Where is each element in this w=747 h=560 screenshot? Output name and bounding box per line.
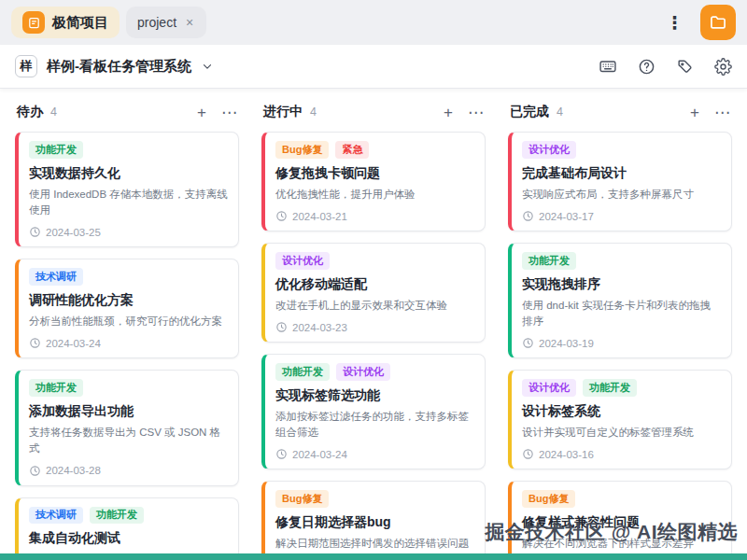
task-tags: 设计优化功能开发: [522, 379, 721, 397]
chevron-down-icon[interactable]: [201, 60, 214, 73]
column-actions: +⋯: [690, 105, 730, 120]
window-tab-bar: 极简项目 project × ⋮: [0, 0, 747, 45]
tag-icon: [676, 58, 694, 76]
task-card[interactable]: 功能开发实现拖拽排序使用 dnd-kit 实现任务卡片和列表的拖拽排序2024-…: [508, 243, 732, 358]
tab-project[interactable]: project ×: [126, 7, 206, 38]
task-tag: 功能开发: [522, 252, 576, 270]
task-title: 修复拖拽卡顿问题: [275, 165, 474, 182]
task-card[interactable]: Bug修复修复样式兼容性问题解决在不同浏览器下的样式显示差异2024-03-18: [508, 481, 732, 560]
task-due-date: 2024-03-23: [275, 321, 474, 333]
project-folder-button[interactable]: [700, 5, 736, 40]
clock-icon: [522, 210, 534, 222]
task-title: 集成自动化测试: [29, 530, 228, 547]
clock-icon: [522, 448, 534, 460]
task-title: 优化移动端适配: [275, 276, 474, 293]
task-due-date: 2024-03-24: [275, 448, 474, 460]
column-header: 已完成4+⋯: [510, 104, 730, 120]
board-badge: 样: [15, 55, 37, 77]
tags-button[interactable]: [676, 58, 694, 76]
task-tag: 设计优化: [522, 379, 576, 397]
task-date-text: 2024-03-17: [539, 211, 594, 222]
clock-icon: [29, 337, 41, 349]
task-card[interactable]: 设计优化优化移动端适配改进在手机上的显示效果和交互体验2024-03-23: [261, 243, 486, 343]
task-title: 实现标签筛选功能: [275, 387, 474, 404]
column-menu-button[interactable]: ⋯: [221, 105, 237, 120]
clock-icon: [522, 337, 534, 349]
task-card[interactable]: 技术调研功能开发集成自动化测试引入 Jest 和 Cypress 进行单元测试和…: [15, 497, 239, 560]
task-card[interactable]: 技术调研调研性能优化方案分析当前性能瓶颈，研究可行的优化方案2024-03-24: [15, 259, 239, 358]
task-card[interactable]: 功能开发设计优化实现标签筛选功能添加按标签过滤任务的功能，支持多标签组合筛选20…: [261, 354, 486, 469]
task-due-date: 2024-03-17: [522, 210, 721, 222]
task-title: 调研性能优化方案: [29, 292, 228, 309]
task-tag: Bug修复: [275, 490, 329, 508]
task-due-date: 2024-03-21: [275, 210, 474, 222]
task-description: 优化拖拽性能，提升用户体验: [275, 187, 474, 203]
add-card-button[interactable]: +: [444, 105, 453, 120]
column-menu-button[interactable]: ⋯: [468, 105, 484, 120]
task-card[interactable]: 功能开发添加数据导出功能支持将任务数据导出为 CSV 或 JSON 格式2024…: [15, 370, 239, 485]
task-description: 改进在手机上的显示效果和交互体验: [275, 298, 474, 314]
task-due-date: 2024-03-16: [522, 448, 721, 460]
task-date-text: 2024-03-25: [46, 227, 101, 238]
kanban-column-进行中: 进行中4+⋯Bug修复紧急修复拖拽卡顿问题优化拖拽性能，提升用户体验2024-0…: [261, 102, 486, 560]
help-button[interactable]: [638, 58, 655, 76]
toolbar-icon-group: [599, 57, 732, 76]
task-title: 添加数据导出功能: [29, 403, 228, 420]
task-tag: 功能开发: [275, 363, 330, 381]
task-tags: 功能开发: [29, 379, 228, 397]
task-title: 修复日期选择器bug: [275, 514, 474, 531]
more-menu-icon[interactable]: ⋮: [664, 12, 685, 34]
task-date-text: 2024-03-21: [292, 211, 347, 222]
column-actions: +⋯: [444, 105, 484, 120]
column-title: 进行中: [263, 104, 303, 120]
clock-icon: [29, 465, 41, 477]
settings-button[interactable]: [714, 58, 732, 76]
board-title: 样例-看板任务管理系统: [47, 58, 191, 76]
task-tag: Bug修复: [522, 490, 575, 508]
column-count: 4: [310, 105, 317, 119]
task-card[interactable]: 功能开发实现数据持久化使用 IndexedDB 存储本地数据，支持离线使用202…: [15, 132, 239, 247]
task-card[interactable]: Bug修复修复日期选择器bug解决日期范围选择时偶发的选择错误问题2024-03…: [261, 481, 486, 560]
board-toolbar: 样 样例-看板任务管理系统: [0, 45, 747, 89]
app-tab-label: 极简项目: [52, 14, 108, 32]
add-card-button[interactable]: +: [197, 105, 206, 120]
task-tags: Bug修复: [522, 490, 721, 508]
task-due-date: 2024-03-24: [29, 337, 228, 349]
task-card[interactable]: Bug修复紧急修复拖拽卡顿问题优化拖拽性能，提升用户体验2024-03-21: [261, 132, 486, 231]
task-description: 设计并实现可自定义的标签管理系统: [522, 425, 721, 441]
gear-icon: [714, 58, 732, 76]
column-title: 已完成: [510, 104, 549, 120]
bottom-accent-bar: [0, 553, 747, 560]
task-date-text: 2024-03-16: [539, 449, 594, 460]
column-count: 4: [50, 105, 57, 119]
task-tags: 设计优化: [275, 252, 474, 270]
task-tag: 功能开发: [29, 141, 83, 159]
column-count: 4: [557, 105, 563, 119]
task-tag: 功能开发: [29, 379, 83, 397]
task-card[interactable]: 设计优化功能开发设计标签系统设计并实现可自定义的标签管理系统2024-03-16: [508, 370, 732, 469]
task-tags: 功能开发: [522, 252, 721, 270]
kanban-column-已完成: 已完成4+⋯设计优化完成基础布局设计实现响应式布局，支持多种屏幕尺寸2024-0…: [508, 102, 732, 560]
column-title: 待办: [17, 104, 43, 120]
keyboard-shortcuts-button[interactable]: [599, 57, 617, 76]
task-title: 修复样式兼容性问题: [522, 514, 721, 531]
task-date-text: 2024-03-19: [539, 338, 594, 349]
task-tag: 设计优化: [336, 363, 390, 381]
task-title: 实现数据持久化: [29, 165, 228, 182]
tab-app-project[interactable]: 极简项目: [11, 7, 120, 38]
task-tag: 技术调研: [29, 507, 83, 525]
task-tags: 技术调研功能开发: [29, 507, 228, 525]
close-tab-icon[interactable]: ×: [184, 15, 195, 30]
task-description: 分析当前性能瓶颈，研究可行的优化方案: [29, 314, 228, 329]
task-title: 实现拖拽排序: [522, 276, 721, 293]
task-card[interactable]: 设计优化完成基础布局设计实现响应式布局，支持多种屏幕尺寸2024-03-17: [508, 132, 732, 231]
add-card-button[interactable]: +: [690, 105, 699, 120]
task-date-text: 2024-03-24: [46, 338, 101, 349]
column-menu-button[interactable]: ⋯: [714, 105, 730, 120]
app-logo-icon: [22, 11, 45, 34]
task-tag: 功能开发: [583, 379, 637, 397]
task-date-text: 2024-03-24: [292, 449, 347, 460]
keyboard-icon: [599, 57, 617, 76]
task-due-date: 2024-03-28: [29, 465, 228, 477]
task-title: 完成基础布局设计: [522, 165, 721, 182]
